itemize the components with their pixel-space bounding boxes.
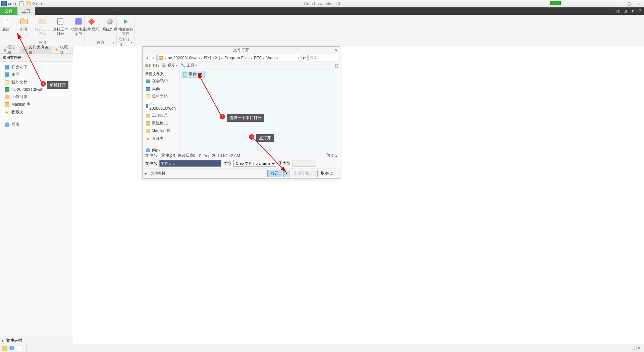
status-icon-3[interactable] (17, 346, 22, 351)
ribbon-tab-strip: 文件 主页 ^ ◔ ⊞ ▾ ? (0, 7, 644, 15)
file-item-part[interactable]: 零件.prt (181, 71, 205, 78)
settings-dropdown-icon[interactable]: ▾ (113, 41, 114, 44)
nav-title: 常用文件夹 (143, 71, 179, 77)
folder-tree-collapsed[interactable]: ▸文件夹树 (0, 337, 73, 344)
app-name: creo (8, 1, 16, 6)
new-button[interactable]: 新建 (0, 16, 14, 40)
dialog-footer: ▸ 文件夹树 打开 ▾ 打开子集... 取消(C) (143, 168, 340, 178)
dialog-title-bar: 文件打开 ✕ (143, 47, 340, 54)
tools-menu[interactable]: 🔧 工具▾ (180, 63, 197, 68)
dialog-status-row: 文件名: 零件.prt 修改日期: 01-Aug-20 10:54:42 AM … (143, 152, 340, 159)
open-button[interactable]: 打开 (267, 170, 282, 177)
panel-tab-model-tree[interactable]: ⊞模型树 (0, 46, 20, 53)
panel-tab-folder-browser[interactable]: 🗀文件夹浏览器 (20, 46, 52, 53)
window-controls: — ▢ ✕ (614, 0, 644, 7)
ribbon-collapse-icon[interactable]: ^ (608, 9, 613, 13)
qat-refresh-icon[interactable]: ⟳▾ (32, 1, 38, 6)
group-label-settings: 设置 (97, 40, 105, 46)
subtype-select[interactable] (292, 160, 316, 167)
refresh-button[interactable]: ⟳ (302, 55, 308, 61)
quick-access-toolbar: ⟳▾ ▾ (18, 1, 45, 6)
callout-1: 单机打开 (47, 81, 68, 89)
app-logo (1, 1, 7, 6)
open-subset-button[interactable]: 打开子集... (291, 170, 316, 177)
ribbon-tab-file[interactable]: 文件 (0, 7, 17, 15)
nav-back-button[interactable]: ◄ (144, 55, 150, 61)
qat-open-icon[interactable] (25, 1, 31, 6)
minimize-button[interactable]: — (614, 0, 624, 7)
filetype-select[interactable]: Creo 文件 (.prt, .asm, (233, 160, 276, 167)
system-appearance-button[interactable]: 系统外观 (102, 16, 118, 40)
open-previous-button[interactable]: 打开上一会话 (34, 16, 50, 40)
dialog-filename-row: 文件名 类型 Creo 文件 (.prt, .asm, 子类型 (143, 159, 340, 168)
nav-item-session[interactable]: 在会话中 (143, 77, 179, 85)
breadcrumb-path[interactable]: ▸ pc-20200310twdh▸ 软件 (G:)▸ Program File… (157, 55, 301, 61)
breadcrumb-dropdown-icon[interactable]: ▾ (298, 56, 299, 60)
tree-item-desktop[interactable]: 桌面 (0, 71, 73, 79)
folder-tree: 在会话中 桌面 我的文档 pc-20200310twdh 工作目录 Maniki… (0, 62, 73, 130)
nav-forward-button[interactable]: ► (151, 55, 157, 61)
status-icon-2[interactable] (9, 346, 15, 351)
dialog-close-button[interactable]: ✕ (333, 47, 338, 53)
dialog-title: 文件打开 (233, 47, 249, 53)
nav-item-manikin[interactable]: Manikin 库 (143, 127, 179, 135)
ribbon: 新建 打开 打开上一会话 选择工作目录 拭除未显示的 数据 模型显示 系统外观 … (0, 15, 644, 46)
window-title: Creo Parametric 6.0 (304, 1, 340, 6)
nav-item-workdir[interactable]: 工作目录 (143, 112, 179, 119)
maximize-button[interactable]: ▢ (624, 0, 634, 7)
select-workdir-button[interactable]: 选择工作目录 (52, 16, 68, 40)
preview-toggle[interactable]: 预览 ▴ (326, 153, 337, 158)
filename-input[interactable] (159, 160, 221, 167)
dialog-toolbar: ⊞ 组织▾ ▦ 视图▾ 🔧 工具▾ ⍰ (143, 62, 340, 69)
open-dropdown-button[interactable]: ▾ (283, 170, 289, 177)
panel-tabs: ⊞模型树 🗀文件夹浏览器 ★收藏夹 (0, 46, 73, 54)
chevron-right-icon: ▸ (2, 338, 4, 343)
util-dropdown-icon[interactable]: ▾ (131, 41, 132, 44)
callout-num-3: 3 (249, 134, 254, 140)
status-find-icon[interactable]: ⌕ (633, 346, 635, 351)
panel-tab-favorites[interactable]: ★收藏夹 (52, 46, 73, 53)
tree-item-session[interactable]: 在会话中 (0, 63, 73, 71)
tree-item-network[interactable]: 网络 (0, 121, 73, 129)
tree-item-workdir[interactable]: 工作目录 (0, 93, 73, 101)
folder-tree-toggle[interactable]: 文件夹树 (151, 171, 165, 176)
nav-item-pc[interactable]: pc-20200310twdh (143, 100, 179, 112)
callout-2: 选择一个零件打开 (227, 114, 264, 122)
callout-num-2: 2 (220, 114, 225, 119)
tree-item-favorites[interactable]: ★收藏夹 (0, 108, 73, 116)
qat-new-icon[interactable] (18, 1, 24, 6)
left-panel: ⊞模型树 🗀文件夹浏览器 ★收藏夹 常用文件夹 在会话中 桌面 我的文档 pc-… (0, 46, 73, 344)
views-menu[interactable]: ▦ 视图▾ (162, 63, 177, 68)
callout-num-1: 1 (41, 81, 46, 87)
status-bar: ⌕ ≡ (0, 344, 644, 352)
nav-item-favorites[interactable]: ★收藏夹 (143, 135, 179, 143)
cancel-button[interactable]: 取消(C) (317, 170, 337, 177)
panel-section-title: 常用文件夹 (0, 54, 73, 62)
ribbon-dropdown-icon[interactable]: ▾ (630, 9, 635, 13)
callout-3: 点打开 (256, 134, 274, 142)
close-button[interactable]: ✕ (634, 0, 644, 7)
ribbon-settings-icon[interactable]: ⊞ (623, 9, 628, 13)
ribbon-tab-home[interactable]: 主页 (17, 7, 35, 15)
qat-dropdown-icon[interactable]: ▾ (39, 1, 45, 6)
organize-menu[interactable]: ⊞ 组织▾ (145, 63, 159, 68)
ribbon-user-icon[interactable]: ◔ (615, 9, 621, 13)
open-button[interactable]: 打开 (16, 16, 32, 40)
play-trace-button[interactable]: 播放追踪文件 (118, 16, 134, 40)
dialog-nav-panel: 常用文件夹 在会话中 桌面 我的文档 pc-20200310twdh 工作目录 … (143, 69, 179, 152)
chevron-right-icon[interactable]: ▸ (145, 171, 147, 176)
nav-item-sysfmt[interactable]: 系统格式 (143, 119, 179, 127)
status-badge (550, 1, 561, 5)
status-menu-icon[interactable]: ≡ (636, 346, 642, 351)
part-icon (183, 72, 187, 77)
folder-icon (159, 56, 163, 60)
nav-item-documents[interactable]: 我的文档 (143, 93, 179, 100)
search-input[interactable]: 搜索... (308, 55, 338, 61)
dialog-help-icon[interactable]: ⍰ (335, 63, 338, 68)
tree-item-manikin[interactable]: Manikin 库 (0, 101, 73, 108)
nav-item-desktop[interactable]: 桌面 (143, 85, 179, 93)
status-icon-1[interactable] (2, 346, 7, 351)
model-display-button[interactable]: 模型显示 (84, 16, 100, 40)
file-open-dialog: 文件打开 ✕ ◄ ► ▸ pc-20200310twdh▸ 软件 (G:)▸ P… (142, 46, 340, 179)
ribbon-help-icon[interactable]: ? (637, 9, 643, 13)
